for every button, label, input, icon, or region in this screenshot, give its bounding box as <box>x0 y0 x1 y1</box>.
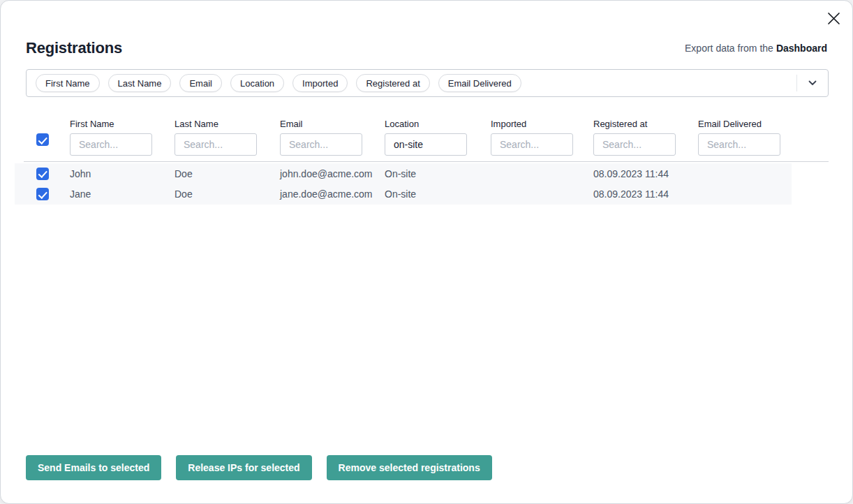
table-cell: Doe <box>175 168 193 179</box>
filter-pill-email[interactable]: Email <box>179 74 222 92</box>
column-search-input-last-name[interactable] <box>175 133 257 156</box>
action-button-send-emails-to-selected[interactable]: Send Emails to selected <box>26 455 161 480</box>
export-hint-text: Export data from the <box>685 43 773 54</box>
column-search-input-first-name[interactable] <box>70 133 152 156</box>
action-button-release-ips-for-selected[interactable]: Release IPs for selected <box>176 455 311 480</box>
column-label-first-name: First Name <box>70 119 114 129</box>
column-label-email: Email <box>280 119 303 129</box>
filter-bar: First NameLast NameEmailLocationImported… <box>26 69 829 97</box>
table-body: JohnDoejohn.doe@acme.comOn-site08.09.202… <box>15 163 792 205</box>
dashboard-link[interactable]: Dashboard <box>776 43 827 54</box>
column-label-email-delivered: Email Delivered <box>698 119 762 129</box>
action-buttons: Send Emails to selectedRelease IPs for s… <box>26 455 492 480</box>
table-header-divider <box>24 161 829 162</box>
column-label-last-name: Last Name <box>175 119 218 129</box>
filter-expand-button[interactable] <box>796 70 828 96</box>
table-cell: On-site <box>385 188 416 200</box>
column-label-registered-at: Registered at <box>593 119 647 129</box>
filter-pill-imported[interactable]: Imported <box>292 74 348 92</box>
table-cell: John <box>70 168 91 179</box>
column-search-input-email-delivered[interactable] <box>698 133 780 156</box>
column-label-imported: Imported <box>491 119 526 129</box>
filter-pill-last-name[interactable]: Last Name <box>108 74 172 92</box>
table-cell: Doe <box>175 188 193 200</box>
table-cell: jane.doe@acme.com <box>280 188 373 200</box>
chevron-down-icon <box>808 80 817 86</box>
table-cell: On-site <box>385 168 416 179</box>
export-hint: Export data from theDashboard <box>685 43 827 54</box>
select-all-checkbox[interactable] <box>36 133 49 146</box>
table-cell: john.doe@acme.com <box>280 168 373 179</box>
column-search-input-registered-at[interactable] <box>593 133 676 156</box>
column-search-input-location[interactable] <box>385 133 467 156</box>
table-cell: 08.09.2023 11:44 <box>593 188 669 200</box>
row-checkbox[interactable] <box>36 188 49 200</box>
filter-pill-location[interactable]: Location <box>230 74 284 92</box>
close-button[interactable] <box>826 10 841 26</box>
row-checkbox[interactable] <box>36 168 49 180</box>
column-search-input-email[interactable] <box>280 133 362 156</box>
table-cell: 08.09.2023 11:44 <box>593 168 669 179</box>
action-button-remove-selected-registrations[interactable]: Remove selected registrations <box>327 455 492 480</box>
filter-pill-email-delivered[interactable]: Email Delivered <box>438 74 521 92</box>
table-row: JaneDoejane.doe@acme.comOn-site08.09.202… <box>15 184 792 205</box>
column-label-location: Location <box>385 119 419 129</box>
table-cell: Jane <box>70 188 91 200</box>
filter-pill-first-name[interactable]: First Name <box>36 74 100 92</box>
column-search-input-imported[interactable] <box>491 133 573 156</box>
filter-pill-registered-at[interactable]: Registered at <box>356 74 429 92</box>
page-title: Registrations <box>26 39 122 57</box>
close-icon <box>827 12 840 25</box>
table-row: JohnDoejohn.doe@acme.comOn-site08.09.202… <box>15 163 792 184</box>
registrations-modal: Registrations Export data from theDashbo… <box>0 0 853 504</box>
